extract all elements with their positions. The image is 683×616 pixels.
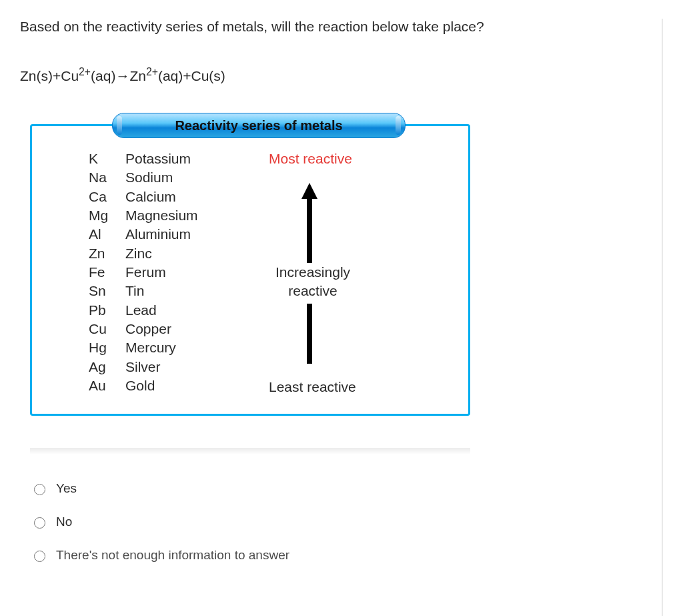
arrow-stem-icon — [303, 304, 315, 364]
arrow-up-icon — [301, 183, 317, 263]
answer-label: There's not enough information to answer — [56, 548, 289, 563]
metal-symbol: Fe — [89, 263, 125, 282]
metal-symbol: Zn — [89, 244, 125, 263]
metal-symbol: Au — [89, 376, 125, 395]
metal-symbol: Sn — [89, 282, 125, 300]
metal-row: SnTin — [89, 282, 269, 300]
most-reactive-label: Most reactive — [269, 151, 352, 167]
answer-radio[interactable] — [34, 551, 45, 562]
question-container: Based on the reactivity series of metals… — [20, 19, 663, 616]
metal-symbol: Hg — [89, 338, 125, 357]
metal-symbol: Mg — [89, 206, 125, 225]
metal-row: FeFerum — [89, 263, 269, 282]
svg-rect-1 — [307, 304, 312, 364]
metal-symbol: Pb — [89, 301, 125, 320]
answer-radio[interactable] — [34, 517, 45, 529]
increasingly-reactive-label: Increasingly reactive — [275, 263, 350, 301]
answer-label: No — [56, 515, 72, 529]
metal-row: MgMagnesium — [89, 206, 269, 225]
reactivity-arrow-column: Most reactive Increasingly reactive — [269, 149, 450, 395]
metal-row: CuCopper — [89, 320, 269, 338]
metal-name: Calcium — [125, 188, 176, 206]
metals-list: KPotassiumNaSodiumCaCalciumMgMagnesiumAl… — [89, 149, 269, 395]
metal-symbol: Al — [89, 225, 125, 244]
panel-title: Reactivity series of metals — [112, 113, 406, 138]
answer-options: YesNoThere's not enough information to a… — [31, 481, 648, 563]
metal-name: Tin — [125, 282, 144, 300]
metal-name: Magnesium — [125, 206, 198, 225]
metal-row: AlAluminium — [89, 225, 269, 244]
metal-row: HgMercury — [89, 338, 269, 357]
answer-option[interactable]: There's not enough information to answer — [31, 548, 648, 563]
reactivity-figure: Reactivity series of metals KPotassiumNa… — [30, 124, 648, 416]
metal-name: Zinc — [125, 244, 152, 263]
metal-name: Silver — [125, 358, 161, 376]
metal-name: Lead — [125, 301, 157, 320]
metal-symbol: K — [89, 149, 125, 168]
metal-row: CaCalcium — [89, 188, 269, 206]
question-text: Based on the reactivity series of metals… — [20, 19, 648, 35]
metal-row: NaSodium — [89, 168, 269, 187]
reaction-equation: Zn(s)+Cu2+(aq)→Zn2+(aq)+Cu(s) — [20, 68, 648, 84]
answer-option[interactable]: Yes — [31, 481, 648, 496]
metal-row: KPotassium — [89, 149, 269, 168]
metal-name: Sodium — [125, 168, 173, 187]
metal-name: Aluminium — [125, 225, 191, 244]
svg-marker-0 — [301, 183, 317, 263]
metal-name: Copper — [125, 320, 171, 338]
metal-row: PbLead — [89, 301, 269, 320]
metal-row: AgSilver — [89, 358, 269, 376]
answer-label: Yes — [56, 481, 77, 496]
metal-row: AuGold — [89, 376, 269, 395]
metal-symbol: Ca — [89, 188, 125, 206]
metal-name: Ferum — [125, 263, 166, 282]
metal-name: Gold — [125, 376, 155, 395]
metal-symbol: Cu — [89, 320, 125, 338]
metal-row: ZnZinc — [89, 244, 269, 263]
panel-shadow — [30, 448, 470, 454]
metal-symbol: Ag — [89, 358, 125, 376]
metal-symbol: Na — [89, 168, 125, 187]
metal-name: Mercury — [125, 338, 176, 357]
metal-name: Potassium — [125, 149, 191, 168]
answer-radio[interactable] — [34, 484, 45, 495]
answer-option[interactable]: No — [31, 515, 648, 529]
least-reactive-label: Least reactive — [269, 379, 356, 395]
